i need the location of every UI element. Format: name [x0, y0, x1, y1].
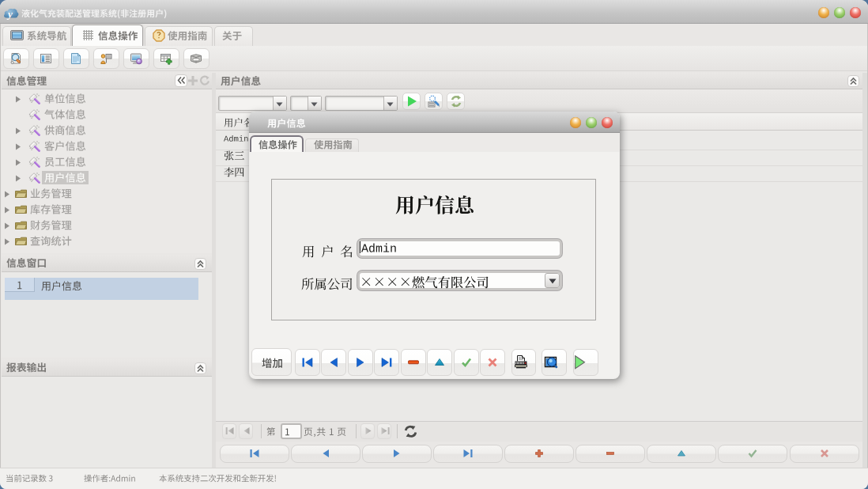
svg-text:y: y — [6, 8, 13, 20]
